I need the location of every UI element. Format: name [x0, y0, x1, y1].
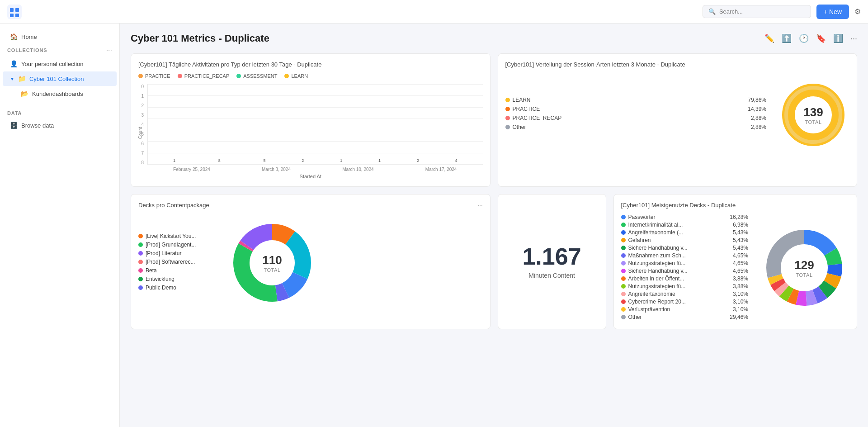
x-axis: February 25, 2024 March 3, 2024 March 10… [138, 165, 483, 172]
bar-chart-title: [Cyber101] Tägliche Aktivitäten pro Typ … [138, 61, 483, 68]
sidebar-item-personal-collection[interactable]: 👤 Your personal collection [3, 57, 117, 71]
svg-rect-1 [10, 8, 14, 12]
bar-chart-legend: PRACTICE PRACTICE_RECAP ASSESSMENT LEARN [138, 73, 483, 79]
meistgenutzte-legend: Passwörter16,28% Internetkriminalität al… [621, 214, 749, 322]
bar-chart-card: [Cyber101] Tägliche Aktivitäten pro Typ … [131, 53, 491, 187]
decks-total: 110 [262, 253, 282, 267]
svg-rect-4 [15, 14, 19, 17]
svg-rect-2 [15, 8, 19, 12]
subfolder-icon: 📂 [21, 90, 28, 97]
donut-1-total-label: TOTAL [803, 119, 823, 125]
search-icon: 🔍 [708, 8, 716, 15]
svg-rect-3 [10, 14, 14, 17]
sidebar-item-kundendashboards[interactable]: 📂 Kundendashboards [3, 86, 117, 101]
home-icon: 🏠 [10, 33, 18, 40]
dashboard: [Cyber101] Tägliche Aktivitäten pro Typ … [131, 53, 857, 329]
data-section-label: DATA [0, 107, 119, 118]
decks-card: Decks pro Contentpackage ··· [Live] Kick… [131, 194, 491, 329]
personal-collection-label: Your personal collection [21, 61, 84, 67]
meistgenutzte-total: 129 [794, 258, 814, 272]
app-logo[interactable] [7, 5, 22, 19]
meistgenutzte-donut: 129 TOTAL [759, 223, 849, 313]
bookmark-icon[interactable]: 🔖 [816, 33, 826, 43]
x-axis-label: Started At [138, 174, 483, 179]
decks-more-icon[interactable]: ··· [478, 202, 483, 209]
y-axis: 876543210 [138, 84, 147, 165]
y-axis-label: Count [138, 127, 143, 139]
sidebar-item-home[interactable]: 🏠 Home [3, 29, 117, 44]
collections-section-label: COLLECTIONS [7, 47, 106, 53]
cyber101-label: Cyber 101 Collection [29, 76, 84, 82]
donut-chart-1-title: [Cyber101] Verteilung der Session-Arten … [505, 61, 850, 68]
chevron-down-icon: ▼ [10, 76, 14, 81]
kundendashboards-label: Kundendashboards [32, 90, 83, 97]
search-bar[interactable]: 🔍 [703, 5, 811, 18]
donut-legend-1: LEARN 79,86% PRACTICE 14,39% [505, 97, 767, 133]
big-number-card: 1.167 Minuten Content [498, 194, 606, 329]
big-number-label: Minuten Content [528, 272, 575, 279]
browse-data-label: Browse data [21, 122, 54, 129]
history-icon[interactable]: 🕐 [799, 33, 809, 43]
search-input[interactable] [719, 8, 805, 15]
new-button[interactable]: + New [816, 5, 849, 19]
bar-chart: 876543210 Count [138, 84, 483, 179]
decks-legend: [Live] Kickstart You... [Prod] Grundlage… [138, 233, 220, 293]
big-number-value: 1.167 [522, 245, 581, 268]
settings-icon[interactable]: ⚙ [854, 7, 861, 16]
meistgenutzte-title: [Cyber101] Meistgenutzte Decks - Duplica… [621, 202, 850, 209]
donut-chart-card-1: [Cyber101] Verteilung der Session-Arten … [498, 53, 858, 187]
decks-card-title: Decks pro Contentpackage [138, 202, 209, 209]
svg-rect-0 [7, 5, 22, 19]
donut-1-total: 139 [803, 105, 823, 119]
decks-total-label: TOTAL [262, 267, 282, 273]
collections-more-icon[interactable]: ··· [106, 46, 112, 54]
person-icon: 👤 [10, 60, 18, 67]
sidebar-item-browse-data[interactable]: 🗄️ Browse data [3, 118, 117, 133]
share-icon[interactable]: ⬆️ [782, 33, 792, 43]
more-icon[interactable]: ··· [850, 34, 857, 43]
sidebar-home-label: Home [21, 33, 37, 40]
folder-icon: 📁 [18, 75, 26, 82]
donut-chart-1: 139 TOTAL [777, 79, 849, 151]
info-icon[interactable]: ℹ️ [833, 33, 843, 43]
edit-icon[interactable]: ✏️ [764, 33, 774, 43]
decks-donut: 110 TOTAL [227, 218, 317, 308]
sidebar-item-cyber101[interactable]: ▼ 📁 Cyber 101 Collection [3, 71, 117, 86]
database-icon: 🗄️ [10, 122, 18, 129]
page-title: Cyber 101 Metrics - Duplicate [131, 33, 269, 44]
meistgenutzte-card: [Cyber101] Meistgenutzte Decks - Duplica… [613, 194, 858, 329]
meistgenutzte-total-label: TOTAL [794, 272, 814, 278]
